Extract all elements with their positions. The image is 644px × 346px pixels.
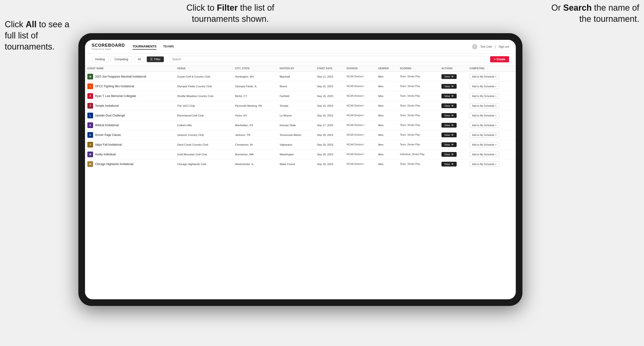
cell-division-6: NCAA Division I xyxy=(344,130,376,140)
view-button-0[interactable]: View 👁 xyxy=(442,74,457,79)
col-start-date: START DATE xyxy=(315,65,344,72)
cell-hosted-by-9: Wake Forest xyxy=(277,159,315,169)
view-button-2[interactable]: View 👁 xyxy=(442,94,457,98)
cell-venue-6: Jackson Country Club xyxy=(175,130,233,140)
add-to-schedule-button-3[interactable]: Add to My Schedule + xyxy=(470,103,499,108)
cell-division-4: NCAA Division I xyxy=(344,111,376,121)
add-to-schedule-button-4[interactable]: Add to My Schedule + xyxy=(470,113,499,118)
tab-hosting[interactable]: Hosting xyxy=(92,56,108,62)
cell-gender-1: Men xyxy=(376,82,398,91)
cell-gender-3: Men xyxy=(376,101,398,111)
cell-actions-3: View 👁 xyxy=(439,101,467,111)
cell-scoring-2: Team, Stroke Play xyxy=(398,91,439,101)
view-button-3[interactable]: View 👁 xyxy=(442,103,457,108)
view-button-7[interactable]: View 👁 xyxy=(442,142,457,147)
cell-event-name-9: W Chicago Highlands Invitational xyxy=(85,159,175,169)
cell-actions-4: View 👁 xyxy=(439,111,467,121)
view-button-5[interactable]: View 👁 xyxy=(442,123,457,128)
event-name-text-1: OFCC Fighting Illini Invitational xyxy=(95,85,134,88)
search-box xyxy=(169,56,485,63)
cell-venue-4: Ravenwood Golf Club xyxy=(175,111,233,121)
add-to-schedule-button-8[interactable]: Add to My Schedule + xyxy=(470,152,499,157)
cell-gender-7: Men xyxy=(376,140,398,150)
add-to-schedule-button-2[interactable]: Add to My Schedule + xyxy=(470,93,499,99)
add-to-schedule-button-0[interactable]: Add to My Schedule + xyxy=(470,74,499,79)
search-input[interactable] xyxy=(169,56,485,63)
cell-event-name-4: L Upstate Dual Challenge xyxy=(85,111,175,121)
table-row: W Chicago Highlands Invitational Chicago… xyxy=(85,159,516,169)
cell-start-date-9: Sep 18, 2023 xyxy=(315,159,344,169)
cell-event-name-2: F Ryan T. Lee Memorial Collegiate xyxy=(85,91,175,101)
sign-out-link[interactable]: Sign out xyxy=(499,45,509,48)
cell-scoring-5: Team, Stroke Play xyxy=(398,121,439,130)
cell-hosted-by-3: Temple xyxy=(277,101,315,111)
cell-hosted-by-0: Marshall xyxy=(277,72,315,82)
nav-items: TOURNAMENTS TEAMS xyxy=(132,44,472,50)
cell-start-date-3: Sep 16, 2023 xyxy=(315,101,344,111)
add-to-schedule-button-1[interactable]: Add to My Schedule + xyxy=(470,84,499,89)
team-logo-1: I xyxy=(88,83,93,89)
filter-label: Filter xyxy=(154,58,160,61)
add-to-schedule-button-7[interactable]: Add to My Schedule + xyxy=(470,142,499,147)
cell-scoring-3: Team, Stroke Play xyxy=(398,101,439,111)
event-name-text-7: Valpo Fall Invitational xyxy=(95,143,122,146)
cell-event-name-3: T Temple Invitational xyxy=(85,101,175,111)
tab-competing[interactable]: Competing xyxy=(111,56,132,62)
tab-all[interactable]: All xyxy=(134,56,144,62)
team-logo-7: V xyxy=(88,142,93,148)
add-to-schedule-button-9[interactable]: Add to My Schedule + xyxy=(470,162,499,167)
user-name: Test User xyxy=(480,45,492,48)
eye-icon-6: 👁 xyxy=(451,134,454,136)
view-button-1[interactable]: View 👁 xyxy=(442,84,457,89)
col-venue: VENUE xyxy=(175,65,233,72)
view-button-8[interactable]: View 👁 xyxy=(442,152,457,157)
cell-actions-9: View 👁 xyxy=(439,159,467,169)
team-logo-9: W xyxy=(88,161,93,167)
cell-event-name-7: V Valpo Fall Invitational xyxy=(85,140,175,150)
col-actions: ACTIONS xyxy=(439,65,467,72)
nav-item-teams[interactable]: TEAMS xyxy=(163,44,174,50)
cell-hosted-by-7: Valparaiso xyxy=(277,140,315,150)
event-name-text-5: Wildcat Invitational xyxy=(95,124,119,127)
col-gender: GENDER xyxy=(376,65,398,72)
team-logo-0: M xyxy=(88,74,93,79)
cell-venue-5: Colbert Hills xyxy=(175,121,233,130)
cell-venue-7: Sand Creek Country Club xyxy=(175,140,233,150)
cell-scoring-6: Team, Stroke Play xyxy=(398,130,439,140)
view-button-4[interactable]: View 👁 xyxy=(442,113,457,118)
cell-venue-9: Chicago Highlands Club xyxy=(175,159,233,169)
cell-hosted-by-1: Illinois xyxy=(277,82,315,91)
top-nav: SCOREBOARD Powered by clippd TOURNAMENTS… xyxy=(85,40,516,54)
add-to-schedule-button-5[interactable]: Add to My Schedule + xyxy=(470,123,499,128)
eye-icon-4: 👁 xyxy=(451,114,454,117)
cell-city-state-8: Bremerton, WA xyxy=(233,150,277,159)
event-name-text-3: Temple Invitational xyxy=(95,104,118,107)
tournaments-table: EVENT NAME VENUE CITY, STATE HOSTED BY S… xyxy=(85,65,516,169)
cell-city-state-9: Westchester, IL xyxy=(233,159,277,169)
add-to-schedule-button-6[interactable]: Add to My Schedule + xyxy=(470,132,499,138)
cell-event-name-5: K Wildcat Invitational xyxy=(85,121,175,130)
nav-item-tournaments[interactable]: TOURNAMENTS xyxy=(132,44,156,50)
event-name-text-9: Chicago Highlands Invitational xyxy=(95,163,133,166)
view-button-9[interactable]: View 👁 xyxy=(442,162,457,167)
nav-separator: | xyxy=(495,45,496,48)
eye-icon-3: 👁 xyxy=(451,104,454,107)
cell-hosted-by-8: Washington xyxy=(277,150,315,159)
tablet-screen: SCOREBOARD Powered by clippd TOURNAMENTS… xyxy=(85,40,516,299)
cell-gender-0: Men xyxy=(376,72,398,82)
event-name-text-8: Husky Individual xyxy=(95,153,116,156)
cell-division-8: NCAA Division I xyxy=(344,150,376,159)
tablet-shell: SCOREBOARD Powered by clippd TOURNAMENTS… xyxy=(78,33,522,306)
filter-button[interactable]: ☰ Filter xyxy=(147,56,164,62)
filter-icon: ☰ xyxy=(150,58,153,61)
user-icon: U xyxy=(472,44,477,49)
logo-text: SCOREBOARD xyxy=(92,43,125,48)
col-city-state: CITY, STATE xyxy=(233,65,277,72)
cell-division-5: NCAA Division I xyxy=(344,121,376,130)
cell-competing-5: Add to My Schedule + xyxy=(467,121,516,130)
eye-icon-1: 👁 xyxy=(451,85,454,88)
cell-actions-8: View 👁 xyxy=(439,150,467,159)
team-logo-2: F xyxy=(88,93,93,99)
view-button-6[interactable]: View 👁 xyxy=(442,133,457,137)
create-button[interactable]: + Create xyxy=(490,56,509,62)
